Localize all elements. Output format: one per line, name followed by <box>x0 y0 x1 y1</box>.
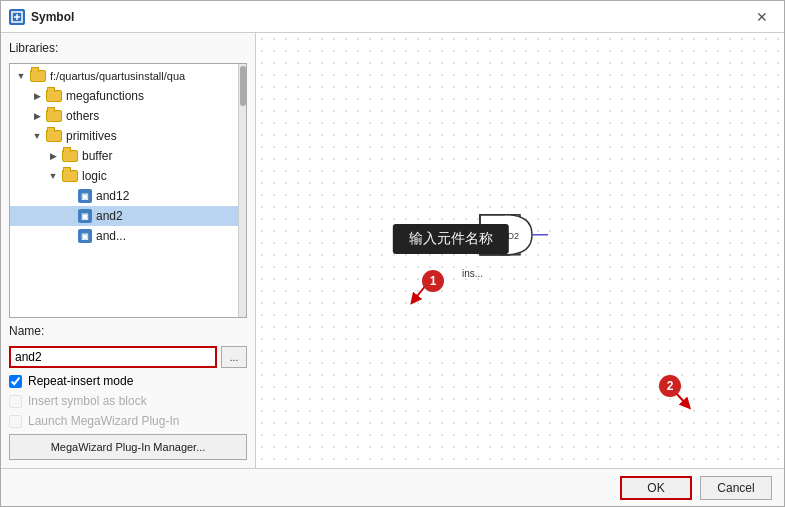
expand-primitives-icon: ▼ <box>30 129 44 143</box>
tree-label-others: others <box>66 109 99 123</box>
tooltip-annotation: 输入元件名称 <box>393 224 509 254</box>
insert-as-block-row: Insert symbol as block <box>9 394 247 408</box>
symbol-dialog: Symbol ✕ Libraries: ▼ f:/quartus/quartus… <box>0 0 785 507</box>
tree-item-buffer[interactable]: ▶ buffer <box>10 146 246 166</box>
folder-primitives-icon <box>46 130 62 142</box>
folder-mega-icon <box>46 90 62 102</box>
dialog-body: Libraries: ▼ f:/quartus/quartusinstall/q… <box>1 33 784 468</box>
tree-label-primitives: primitives <box>66 129 117 143</box>
tree-label-and2: and2 <box>96 209 123 223</box>
close-button[interactable]: ✕ <box>748 5 776 29</box>
launch-megawizard-row: Launch MegaWizard Plug-In <box>9 414 247 428</box>
tree-label-root: f:/quartus/quartusinstall/qua <box>50 70 185 82</box>
expand-logic-icon: ▼ <box>46 169 60 183</box>
tree-item-primitives[interactable]: ▼ primitives <box>10 126 246 146</box>
name-row: ... <box>9 346 247 368</box>
folder-others-icon <box>46 110 62 122</box>
tree-item-and3[interactable]: ▣ and... <box>10 226 246 246</box>
launch-megawizard-label: Launch MegaWizard Plug-In <box>28 414 179 428</box>
gate-inputs-label: ins... <box>462 267 562 278</box>
browse-button[interactable]: ... <box>221 346 247 368</box>
tree-item-megafunctions[interactable]: ▶ megafunctions <box>10 86 246 106</box>
tree-item-root[interactable]: ▼ f:/quartus/quartusinstall/qua <box>10 66 246 86</box>
name-input[interactable] <box>9 346 217 368</box>
dialog-footer: OK Cancel <box>1 468 784 506</box>
insert-as-block-label: Insert symbol as block <box>28 394 147 408</box>
tree-item-others[interactable]: ▶ others <box>10 106 246 126</box>
megawizard-manager-button[interactable]: MegaWizard Plug-In Manager... <box>9 434 247 460</box>
tree-label-buffer: buffer <box>82 149 112 163</box>
comp-and3-icon: ▣ <box>78 229 92 243</box>
repeat-insert-label: Repeat-insert mode <box>28 374 133 388</box>
repeat-insert-checkbox[interactable] <box>9 375 22 388</box>
expand-others-icon: ▶ <box>30 109 44 123</box>
library-tree[interactable]: ▼ f:/quartus/quartusinstall/qua ▶ megafu… <box>9 63 247 318</box>
folder-logic-icon <box>62 170 78 182</box>
tree-item-logic[interactable]: ▼ logic <box>10 166 246 186</box>
insert-as-block-checkbox[interactable] <box>9 395 22 408</box>
name-label: Name: <box>9 324 247 338</box>
preview-panel: AND2 ins... 输入元件名称 1 <box>256 33 784 468</box>
ok-button[interactable]: OK <box>620 476 692 500</box>
tree-label-and3: and... <box>96 229 126 243</box>
annotation-badge-1: 1 <box>404 270 444 313</box>
annotation-badge-2: 2 <box>659 375 699 418</box>
tree-scrollbar[interactable] <box>238 64 246 317</box>
cancel-button[interactable]: Cancel <box>700 476 772 500</box>
scrollbar-thumb[interactable] <box>240 66 246 106</box>
tree-label-logic: logic <box>82 169 107 183</box>
title-bar: Symbol ✕ <box>1 1 784 33</box>
tree-item-and2[interactable]: ▣ and2 <box>10 206 246 226</box>
launch-megawizard-checkbox[interactable] <box>9 415 22 428</box>
expand-mega-icon: ▶ <box>30 89 44 103</box>
comp-and2-icon: ▣ <box>78 209 92 223</box>
expand-root-icon: ▼ <box>14 69 28 83</box>
tree-label-megafunctions: megafunctions <box>66 89 144 103</box>
dialog-title: Symbol <box>31 10 748 24</box>
expand-and12-icon <box>62 189 76 203</box>
expand-and3-icon <box>62 229 76 243</box>
expand-buffer-icon: ▶ <box>46 149 60 163</box>
left-panel: Libraries: ▼ f:/quartus/quartusinstall/q… <box>1 33 256 468</box>
tree-label-and12: and12 <box>96 189 129 203</box>
expand-and2-icon <box>62 209 76 223</box>
repeat-insert-row: Repeat-insert mode <box>9 374 247 388</box>
comp-and12-icon: ▣ <box>78 189 92 203</box>
libraries-label: Libraries: <box>9 41 247 55</box>
badge2-circle: 2 <box>659 375 681 397</box>
folder-buffer-icon <box>62 150 78 162</box>
badge1-circle: 1 <box>422 270 444 292</box>
folder-root-icon <box>30 70 46 82</box>
tree-item-and12[interactable]: ▣ and12 <box>10 186 246 206</box>
dialog-icon <box>9 9 25 25</box>
